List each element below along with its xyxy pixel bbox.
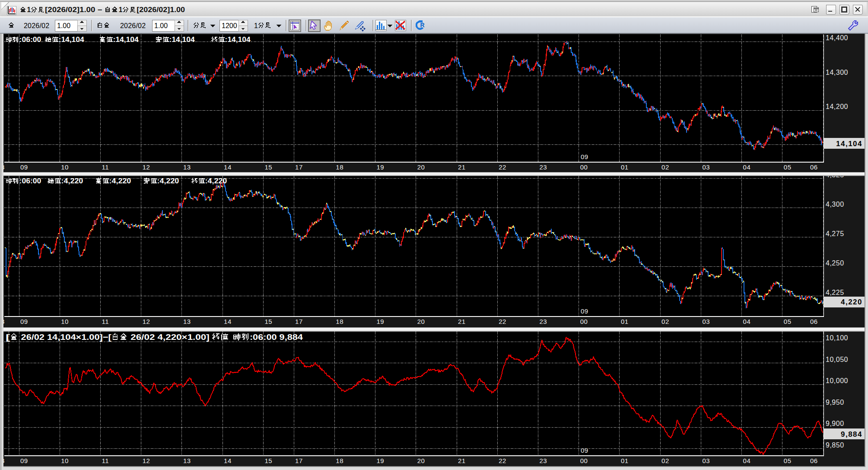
svg-text:09: 09 (20, 163, 28, 171)
svg-text:2026/02: 2026/02 (24, 22, 49, 29)
svg-text:10: 10 (61, 318, 69, 325)
svg-text:23: 23 (539, 318, 547, 325)
svg-text:10: 10 (61, 457, 69, 464)
svg-text:06: 06 (810, 318, 818, 325)
svg-text:20: 20 (417, 318, 425, 325)
svg-text:09: 09 (581, 153, 588, 160)
svg-text:1: 1 (27, 6, 31, 13)
svg-text:11: 11 (102, 318, 109, 325)
svg-text:00: 00 (580, 163, 588, 171)
svg-text:22: 22 (499, 163, 506, 171)
svg-text:14,400: 14,400 (826, 34, 848, 42)
svg-text::14,104: :14,104 (225, 36, 251, 43)
svg-text:22: 22 (499, 457, 506, 464)
svg-text:14: 14 (224, 318, 232, 325)
svg-text:1.00: 1.00 (57, 22, 70, 29)
svg-text::4,220: :4,220 (205, 177, 227, 185)
svg-text:[2026/02]1.00: [2026/02]1.00 (137, 6, 185, 13)
svg-text:14: 14 (224, 163, 232, 171)
svg-text:09: 09 (581, 307, 588, 315)
svg-text::14,104: :14,104 (113, 36, 139, 43)
svg-text:1: 1 (119, 6, 123, 13)
svg-text:13: 13 (183, 163, 191, 171)
svg-text:15: 15 (264, 163, 272, 171)
svg-text:[2026/02]1.00 −: [2026/02]1.00 − (45, 6, 105, 13)
svg-text:02: 02 (661, 457, 669, 464)
svg-text:05: 05 (784, 163, 792, 171)
svg-text:4,275: 4,275 (826, 230, 844, 237)
svg-text:21: 21 (458, 318, 466, 325)
svg-text:12: 12 (143, 318, 150, 325)
svg-text:02: 02 (661, 318, 669, 325)
svg-text:26/02 14,104×1.00]−[: 26/02 14,104×1.00]−[ (19, 333, 112, 342)
svg-text:20: 20 (417, 163, 425, 171)
svg-text:4,225: 4,225 (826, 289, 844, 296)
svg-text:04: 04 (743, 318, 751, 325)
svg-text:03: 03 (702, 163, 710, 171)
svg-text:01: 01 (621, 457, 629, 464)
svg-text:21: 21 (458, 457, 466, 464)
svg-text:09: 09 (581, 447, 588, 454)
svg-text:18: 18 (336, 318, 343, 325)
svg-text:02: 02 (661, 163, 669, 171)
svg-text::06:00: :06:00 (19, 177, 41, 185)
svg-text:17: 17 (295, 163, 303, 171)
svg-text:03: 03 (702, 457, 710, 464)
svg-text:01: 01 (621, 163, 629, 171)
svg-text:09: 09 (20, 318, 28, 325)
svg-text::4,220: :4,220 (157, 177, 179, 185)
svg-text:15: 15 (264, 318, 272, 325)
svg-text:26/02 4,220×1.00]: 26/02 4,220×1.00] (128, 333, 212, 342)
svg-text:23: 23 (539, 457, 547, 464)
svg-text:15: 15 (264, 457, 272, 464)
svg-text::06:00 9,884: :06:00 9,884 (250, 333, 303, 342)
svg-text:9,900: 9,900 (826, 420, 844, 427)
svg-text:20: 20 (417, 457, 425, 464)
svg-text:10,100: 10,100 (826, 334, 848, 342)
svg-text:11: 11 (102, 163, 109, 171)
svg-text:14,300: 14,300 (826, 69, 848, 76)
svg-text:22: 22 (499, 318, 506, 325)
svg-text:R: R (420, 22, 425, 29)
svg-text:1: 1 (254, 22, 258, 29)
svg-text::4,220: :4,220 (61, 177, 83, 185)
svg-text::14,104: :14,104 (59, 36, 84, 43)
svg-text:18: 18 (336, 163, 343, 171)
svg-text:21: 21 (458, 163, 466, 171)
svg-text:10,050: 10,050 (826, 356, 848, 363)
svg-text:4,220: 4,220 (841, 298, 862, 306)
svg-text:10: 10 (61, 163, 69, 171)
svg-text:05: 05 (784, 318, 792, 325)
svg-text:13: 13 (183, 318, 191, 325)
svg-text:2026/02: 2026/02 (120, 22, 146, 29)
svg-text:04: 04 (743, 163, 751, 171)
svg-text:19: 19 (377, 457, 385, 464)
svg-text:14,200: 14,200 (826, 103, 848, 110)
svg-text:04: 04 (743, 457, 751, 464)
svg-text:4,250: 4,250 (826, 259, 844, 267)
svg-text:00: 00 (580, 318, 588, 325)
svg-text:23: 23 (539, 163, 547, 171)
svg-text:18: 18 (336, 457, 343, 464)
svg-text:03: 03 (702, 318, 710, 325)
svg-text:19: 19 (377, 318, 385, 325)
svg-text:12: 12 (143, 163, 150, 171)
svg-text:01: 01 (621, 318, 629, 325)
svg-text::14,104: :14,104 (169, 36, 195, 43)
svg-text:13: 13 (183, 457, 191, 464)
svg-text:4,300: 4,300 (826, 201, 844, 208)
svg-text:11: 11 (102, 457, 109, 464)
svg-text:06: 06 (810, 163, 818, 171)
svg-text:19: 19 (377, 163, 385, 171)
svg-text:12: 12 (143, 457, 150, 464)
svg-text:10,000: 10,000 (826, 377, 848, 384)
svg-text:14: 14 (224, 457, 232, 464)
svg-text:9,950: 9,950 (826, 399, 844, 406)
svg-text:9,850: 9,850 (826, 441, 844, 449)
svg-text::06:00: :06:00 (19, 36, 41, 43)
svg-text:[: [ (6, 333, 10, 342)
svg-text::4,220: :4,220 (109, 177, 131, 185)
svg-text:1.00: 1.00 (154, 22, 168, 29)
svg-text:00: 00 (580, 457, 588, 464)
svg-text:09: 09 (20, 457, 28, 464)
